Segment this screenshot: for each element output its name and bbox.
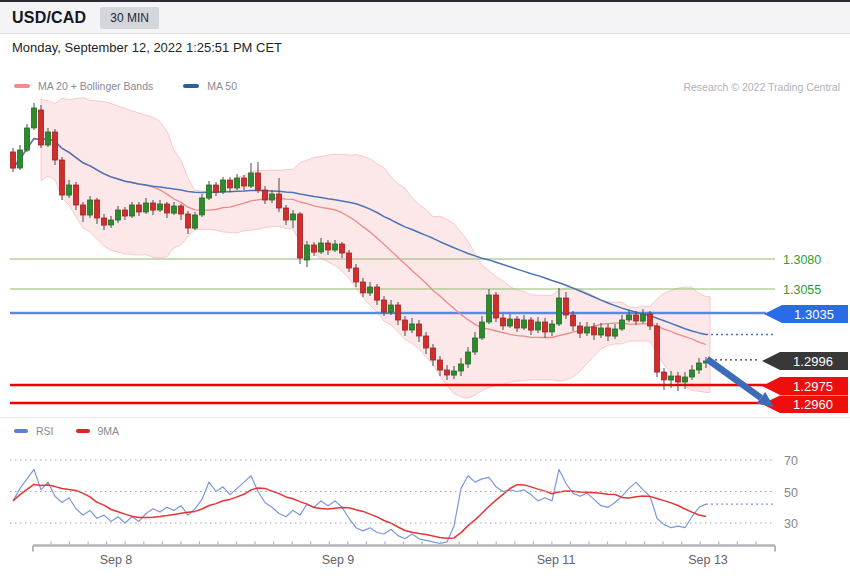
- support-badge-label-1-2975: 1.2975: [793, 379, 833, 394]
- bearish-trend-arrow: [707, 359, 774, 407]
- resistance-label-1-3080: 1.3080: [783, 253, 821, 267]
- bollinger-band-area: [41, 98, 710, 399]
- rsi-axis-70: 70: [784, 454, 798, 468]
- rsi-panel: [13, 469, 706, 543]
- x-label-sep11: Sep 11: [537, 553, 576, 567]
- resistance-label-1-3055: 1.3055: [783, 283, 821, 297]
- time-axis: [33, 542, 775, 552]
- x-label-sep9: Sep 9: [322, 553, 355, 567]
- rsi-axis-50: 50: [784, 486, 798, 500]
- rsi-axis-30: 30: [784, 517, 798, 531]
- dotted-projections: [706, 335, 775, 360]
- pivot-badge-label: 1.3035: [794, 307, 834, 322]
- last-price-badge-label: 1.2996: [793, 354, 833, 369]
- candlestick-chart-canvas: 1.3080 1.3055 1.3035 1.2996 1.2975 1.296…: [0, 0, 850, 576]
- trading-central-chart-page: USD/CAD 30 MIN Monday, September 12, 202…: [0, 0, 850, 576]
- x-label-sep8: Sep 8: [100, 553, 133, 567]
- support-badge-label-1-2960: 1.2960: [793, 397, 833, 412]
- x-label-sep13: Sep 13: [688, 553, 728, 567]
